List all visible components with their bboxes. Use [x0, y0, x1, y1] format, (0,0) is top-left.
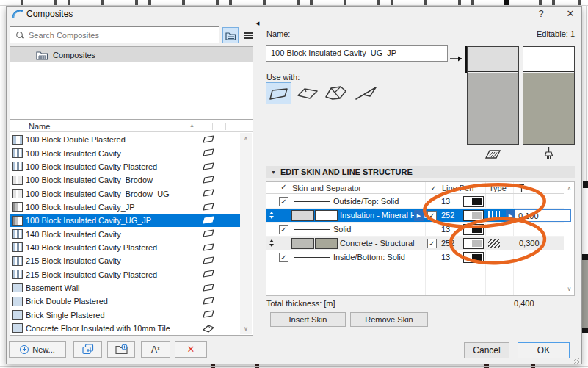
rename-icon: Aˣ	[151, 344, 160, 355]
background-drawing-mark	[391, 0, 393, 5]
skin-row[interactable]: Insulation - Mineral Hard 252 0,100	[266, 209, 564, 223]
line-pen-number[interactable]: 13	[441, 225, 450, 234]
composite-name-input[interactable]: 100 Block Insulated Cavity_UG_JP	[266, 45, 448, 62]
thickness-value[interactable]: 0,100	[515, 209, 571, 222]
list-item[interactable]: 140 Block Insulated Cavity	[10, 227, 240, 240]
list-item-label: 215 Block Insulated Cavity Plastered	[26, 270, 157, 279]
skin-row[interactable]: Concrete - Structural 252 0,300	[266, 237, 564, 250]
background-drawing-mark	[182, 0, 185, 5]
list-header[interactable]: Name ▲	[10, 120, 253, 132]
close-button[interactable]: ✕	[561, 7, 580, 21]
screen: Composites ? ✕ Search Composites ◀ Compo…	[0, 0, 588, 368]
resize-grip[interactable]	[573, 358, 579, 364]
use-with-roof-button[interactable]	[323, 82, 349, 104]
line-pen-column-header: Line Pen	[442, 184, 473, 192]
composite-thumbnail-icon	[12, 323, 23, 333]
tree-root-composites[interactable]: Composites	[10, 47, 253, 62]
line-pen-swatch[interactable]	[463, 210, 484, 221]
separator-row[interactable]: Outside/Top: Solid 13	[266, 195, 564, 209]
roof-icon	[324, 85, 348, 101]
list-item[interactable]: Basement Wall	[10, 281, 240, 295]
list-view-icon	[244, 32, 253, 39]
search-input[interactable]: Search Composites	[10, 26, 219, 43]
skin-flyout-arrow[interactable]	[414, 210, 424, 221]
line-pen-number[interactable]: 13	[441, 253, 450, 261]
preview-fill-top-skin	[468, 47, 518, 72]
skin-type-icon[interactable]	[488, 211, 500, 220]
scroll-up-icon[interactable]: ∧	[565, 185, 574, 192]
archicad-logo-icon	[12, 8, 24, 19]
preview-fill-column[interactable]	[467, 46, 519, 145]
composites-list: 100 Block Double Plastered 100 Block Ins…	[10, 133, 240, 335]
separator-checkbox[interactable]	[279, 253, 288, 262]
new-button[interactable]: New...	[9, 341, 66, 358]
separator-checkbox[interactable]	[279, 225, 288, 234]
line-pen-number[interactable]: 13	[441, 197, 450, 206]
drag-handle-icon[interactable]	[268, 239, 275, 247]
list-item[interactable]: 100 Block Insulated Cavity_Brodow	[10, 173, 240, 187]
list-item[interactable]: Concrete Floor Insulated with 10mm Tile	[10, 322, 240, 335]
list-item[interactable]: 140 Block Insulated Cavity Plastered	[10, 241, 240, 254]
skin-fill-swatch[interactable]	[291, 238, 314, 249]
scroll-down-icon[interactable]: ∨	[240, 325, 252, 332]
edit-skin-section-header[interactable]: ▼ EDIT SKIN AND LINE STRUCTURE	[266, 166, 575, 178]
background-drawing-mark	[54, 0, 57, 5]
drag-handle-icon[interactable]	[268, 212, 275, 219]
name-column-header[interactable]: Name	[29, 122, 50, 131]
use-with-slab-button[interactable]	[294, 82, 320, 104]
folder-view-toggle[interactable]	[222, 27, 239, 43]
separator-row[interactable]: Solid 13	[266, 223, 564, 237]
rename-button[interactable]: Aˣ	[141, 341, 170, 358]
list-item[interactable]: 100 Block Insulated Cavity	[10, 146, 240, 159]
pen-checkbox[interactable]	[427, 239, 437, 248]
collapse-panel-icon[interactable]: ◀	[255, 21, 259, 26]
list-item[interactable]: Brick Double Plastered	[10, 295, 240, 308]
separator-row[interactable]: Inside/Bottom: Solid 13	[266, 250, 564, 264]
list-item[interactable]: Brick Single Plastered	[10, 308, 240, 321]
cancel-button[interactable]: Cancel	[464, 342, 509, 358]
list-item[interactable]: 215 Block Insulated Cavity	[10, 254, 240, 267]
composite-thumbnail-icon	[12, 242, 23, 252]
composite-thumbnail-icon	[12, 297, 23, 306]
use-with-shell-button[interactable]	[353, 82, 379, 104]
line-pen-number[interactable]: 252	[441, 239, 454, 248]
ok-button[interactable]: OK	[518, 342, 570, 358]
skin-surface-swatch[interactable]	[315, 238, 338, 249]
composite-thumbnail-icon	[12, 176, 23, 185]
skin-surface-swatch[interactable]	[315, 210, 338, 221]
line-pen-swatch[interactable]	[463, 196, 484, 207]
list-item[interactable]: 215 Block Insulated Cavity Plastered	[10, 267, 240, 281]
list-item[interactable]: 100 Block Insulated Cavity Plastered	[10, 160, 240, 173]
list-item-label: 100 Block Insulated Cavity_JP	[26, 203, 135, 212]
list-item[interactable]: 100 Block Insulated Cavity_UG_JP	[10, 214, 240, 227]
line-pen-swatch[interactable]	[463, 252, 484, 263]
help-button[interactable]: ?	[531, 7, 551, 21]
slab-icon	[297, 86, 319, 101]
pen-checkbox[interactable]	[427, 211, 437, 220]
surface-paint-icon	[543, 146, 554, 160]
check-all-icon[interactable]: ✓	[279, 183, 288, 192]
insert-skin-button[interactable]: Insert Skin	[270, 312, 346, 327]
delete-button[interactable]: ✕	[175, 341, 207, 358]
list-item[interactable]: 100 Block Insulated Cavity_JP	[10, 201, 240, 214]
separator-checkbox[interactable]	[279, 197, 288, 206]
list-scrollbar[interactable]: ∧ ∨	[240, 133, 252, 334]
duplicate-button[interactable]	[73, 341, 102, 358]
list-item-label: 100 Block Insulated Cavity_Brodow	[26, 176, 153, 184]
list-view-toggle[interactable]	[240, 27, 256, 43]
scroll-up-icon[interactable]: ∧	[240, 135, 252, 142]
skin-type-icon[interactable]	[488, 239, 500, 248]
line-pen-swatch[interactable]	[463, 224, 484, 235]
sort-ascending-icon: ▲	[189, 123, 195, 128]
line-pen-swatch[interactable]	[463, 238, 484, 249]
scroll-down-icon[interactable]: ∨	[565, 286, 574, 292]
table-scrollbar[interactable]: ∧ ∨	[565, 182, 574, 295]
skin-fill-swatch[interactable]	[291, 210, 314, 221]
list-item[interactable]: 100 Block Insulated Cavity_Brodow_UG	[10, 187, 240, 200]
preview-surface-column[interactable]	[523, 46, 575, 145]
list-item[interactable]: 100 Block Double Plastered	[10, 133, 240, 146]
line-pen-number[interactable]: 252	[441, 211, 454, 220]
remove-skin-button[interactable]: Remove Skin	[350, 312, 428, 327]
new-folder-button[interactable]	[107, 341, 135, 358]
use-with-wall-button[interactable]	[266, 82, 291, 104]
